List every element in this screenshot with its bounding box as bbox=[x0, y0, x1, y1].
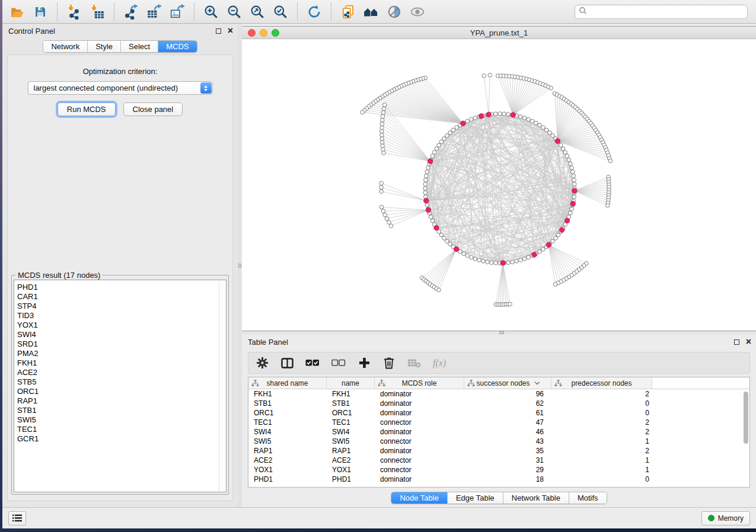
table-row[interactable]: ORC1ORC1dominator610 bbox=[248, 408, 749, 418]
mcds-list-scrollbar[interactable] bbox=[219, 281, 225, 491]
mcds-node-item[interactable]: CAR1 bbox=[17, 292, 226, 302]
mcds-node-item[interactable]: TEC1 bbox=[17, 425, 226, 434]
table-panel-header: Table Panel × bbox=[242, 335, 756, 349]
show-columns-icon[interactable] bbox=[280, 356, 294, 370]
table-row[interactable]: PHD1PHD1dominator180 bbox=[248, 475, 749, 484]
table-row[interactable]: RAP1RAP1dominator352 bbox=[248, 446, 749, 456]
mcds-node-item[interactable]: PHD1 bbox=[17, 283, 226, 292]
run-mcds-button[interactable]: Run MCDS bbox=[58, 102, 116, 116]
float-panel-icon[interactable] bbox=[216, 28, 221, 34]
control-panel-header: Control Panel × bbox=[2, 24, 238, 38]
minimize-window-icon[interactable] bbox=[260, 29, 267, 37]
import-network-icon[interactable] bbox=[65, 3, 83, 21]
mcds-node-item[interactable]: PMA2 bbox=[17, 349, 226, 358]
mcds-node-item[interactable]: FKH1 bbox=[17, 358, 226, 368]
mcds-tab-content: Optimization criterion: largest connecte… bbox=[7, 55, 233, 501]
save-session-icon[interactable] bbox=[31, 3, 49, 21]
table-row[interactable]: FKH1FKH1dominator962 bbox=[248, 389, 749, 399]
mcds-node-item[interactable]: SWI5 bbox=[17, 415, 226, 425]
mcds-node-item[interactable]: ACE2 bbox=[17, 368, 226, 377]
table-row[interactable]: SWI4SWI4dominator462 bbox=[248, 427, 749, 437]
mcds-node-item[interactable]: SWI4 bbox=[17, 330, 226, 339]
mcds-node-item[interactable]: STB5 bbox=[17, 377, 226, 387]
close-panel-icon[interactable]: × bbox=[228, 27, 233, 34]
close-window-icon[interactable] bbox=[248, 29, 256, 37]
open-session-icon[interactable] bbox=[8, 3, 26, 21]
column-header-MCDS-role[interactable]: MCDS role bbox=[375, 377, 464, 389]
mcds-node-item[interactable]: STP4 bbox=[17, 302, 226, 311]
group-nodes-icon[interactable] bbox=[362, 3, 380, 21]
float-panel-icon[interactable] bbox=[734, 339, 739, 345]
tab-edge-table[interactable]: Edge Table bbox=[448, 492, 503, 504]
add-column-icon[interactable] bbox=[358, 356, 371, 370]
zoom-in-icon[interactable] bbox=[202, 3, 220, 21]
mcds-node-item[interactable]: GCR1 bbox=[17, 434, 226, 444]
table-panel: Table Panel × bbox=[242, 335, 756, 507]
table-toolbar: f(x) bbox=[248, 352, 750, 374]
network-window-titlebar[interactable]: YPA_prune.txt_1 bbox=[242, 27, 756, 39]
mcds-node-item[interactable]: SRD1 bbox=[17, 339, 226, 349]
zoom-fit-icon[interactable] bbox=[248, 3, 266, 21]
apply-layout-icon[interactable] bbox=[305, 3, 323, 21]
tab-node-table[interactable]: Node Table bbox=[391, 492, 448, 504]
tab-style[interactable]: Style bbox=[88, 41, 121, 52]
tab-select[interactable]: Select bbox=[121, 41, 158, 52]
network-canvas[interactable] bbox=[242, 39, 756, 331]
tab-mcds[interactable]: MCDS bbox=[158, 41, 196, 52]
close-panel-icon[interactable]: × bbox=[746, 338, 751, 345]
network-window-title: YPA_prune.txt_1 bbox=[470, 28, 528, 37]
column-header-name[interactable]: name bbox=[327, 377, 375, 389]
table-row[interactable]: YOX1YOX1connector291 bbox=[248, 465, 749, 475]
status-bar: Memory bbox=[2, 507, 756, 528]
export-table-icon[interactable] bbox=[145, 3, 163, 21]
network-graph[interactable] bbox=[242, 39, 756, 331]
tab-network[interactable]: Network bbox=[43, 41, 88, 52]
search-field[interactable] bbox=[575, 5, 748, 19]
table-scrollbar[interactable] bbox=[743, 390, 749, 485]
table-row[interactable]: STB1STB1dominator620 bbox=[248, 399, 749, 408]
table-row[interactable]: ACE2ACE2connector311 bbox=[248, 456, 749, 465]
search-input[interactable] bbox=[589, 7, 744, 16]
table-scrollbar-thumb[interactable] bbox=[744, 392, 748, 444]
close-panel-button[interactable]: Close panel bbox=[123, 102, 183, 116]
task-history-list-icon[interactable] bbox=[8, 511, 26, 525]
zoom-out-icon[interactable] bbox=[225, 3, 243, 21]
table-row[interactable]: TEC1TEC1connector472 bbox=[248, 418, 749, 427]
tab-motifs[interactable]: Motifs bbox=[569, 492, 607, 504]
column-header-shared-name[interactable]: shared name bbox=[248, 377, 327, 389]
horizontal-splitter[interactable] bbox=[242, 331, 756, 335]
splitter-handle[interactable] bbox=[499, 331, 504, 334]
zoom-selected-icon[interactable] bbox=[272, 3, 289, 21]
import-table-icon[interactable] bbox=[88, 3, 106, 21]
maximize-window-icon[interactable] bbox=[272, 29, 279, 37]
column-header-predecessor-nodes[interactable]: predecessor nodes bbox=[551, 377, 652, 389]
network-view-window: YPA_prune.txt_1 bbox=[242, 26, 756, 331]
mcds-result-list[interactable]: PHD1CAR1STP4TID3YOX1SWI4SRD1PMA2FKH1ACE2… bbox=[14, 280, 227, 492]
export-image-icon[interactable] bbox=[168, 3, 186, 21]
vertical-splitter[interactable] bbox=[238, 24, 242, 507]
mcds-node-item[interactable]: TID3 bbox=[17, 311, 226, 321]
table-settings-gear-icon[interactable] bbox=[256, 356, 269, 370]
table-row[interactable]: SWI5SWI5connector431 bbox=[248, 437, 749, 446]
hide-selected-icon[interactable] bbox=[385, 3, 403, 21]
mcds-node-item[interactable]: ORC1 bbox=[17, 387, 226, 396]
export-network-icon[interactable] bbox=[122, 3, 140, 21]
select-all-icon[interactable] bbox=[305, 356, 320, 370]
mcds-node-item[interactable]: YOX1 bbox=[17, 321, 226, 330]
optimization-criterion-select[interactable]: largest connected component (undirected) bbox=[28, 81, 213, 95]
mcds-node-item[interactable]: RAP1 bbox=[17, 396, 226, 406]
toolbar-separator bbox=[114, 3, 114, 21]
search-icon bbox=[579, 7, 587, 17]
column-header-successor-nodes[interactable]: successor nodes bbox=[464, 377, 551, 389]
delete-column-trash-icon[interactable] bbox=[382, 356, 395, 370]
mcds-node-item[interactable]: STB1 bbox=[17, 406, 226, 415]
tab-network-table[interactable]: Network Table bbox=[503, 492, 569, 504]
splitter-handle[interactable] bbox=[238, 264, 241, 268]
deselect-all-icon[interactable] bbox=[331, 356, 346, 370]
toolbar-separator bbox=[194, 3, 194, 21]
new-network-from-selection-icon[interactable] bbox=[339, 3, 357, 21]
memory-button[interactable]: Memory bbox=[701, 511, 750, 525]
show-all-eye-icon bbox=[409, 3, 426, 21]
delete-table-icon bbox=[407, 356, 421, 370]
select-stepper-icon bbox=[200, 82, 212, 94]
